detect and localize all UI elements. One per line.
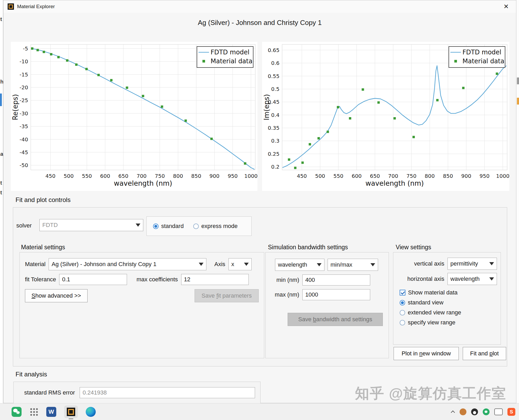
user-tray-icon[interactable] xyxy=(460,408,466,415)
svg-text:850: 850 xyxy=(191,173,201,179)
rms-error-value[interactable] xyxy=(80,387,255,398)
radio-icon xyxy=(193,224,199,229)
material-explorer-app-icon xyxy=(8,3,14,10)
svg-text:FDTD model: FDTD model xyxy=(462,49,501,56)
svg-text:650: 650 xyxy=(118,173,128,179)
wechat-tray-icon[interactable] xyxy=(483,408,490,415)
svg-text:700: 700 xyxy=(388,173,398,179)
standard-mode-radio[interactable]: standard xyxy=(153,223,184,230)
radio-icon xyxy=(400,300,405,305)
chevron-down-icon xyxy=(489,277,494,281)
view-settings-heading: View settings xyxy=(396,244,431,251)
axis-dropdown[interactable]: x xyxy=(228,258,252,270)
titlebar: Material Explorer ✕ xyxy=(3,0,516,13)
chevron-down-icon xyxy=(136,224,140,227)
specify-view-range-radio[interactable]: specify view range xyxy=(397,319,497,326)
charts-row: 4505005506006507007508008509009501000-50… xyxy=(11,42,509,191)
svg-text:0.2: 0.2 xyxy=(271,164,279,170)
material-explorer-taskbar-icon[interactable] xyxy=(64,406,78,418)
show-advanced-button[interactable]: Show advanced >> xyxy=(25,289,88,302)
taskbar-apps: W xyxy=(12,403,96,420)
svg-text:-35: -35 xyxy=(19,123,28,129)
window-title: Material Explorer xyxy=(17,4,55,9)
svg-text:0.65: 0.65 xyxy=(268,47,279,53)
svg-text:450: 450 xyxy=(45,173,55,179)
svg-text:900: 900 xyxy=(210,173,220,179)
svg-text:950: 950 xyxy=(228,173,238,179)
background-text-fragment: a xyxy=(0,151,3,157)
svg-text:-25: -25 xyxy=(19,97,28,103)
min-nm-input[interactable] xyxy=(302,274,370,286)
vertical-axis-dropdown[interactable]: permittivity xyxy=(447,258,497,270)
input-grid-icon[interactable] xyxy=(29,407,38,416)
save-bandwidth-button[interactable]: Save bandwidth and settings xyxy=(288,313,383,326)
material-label: Material xyxy=(25,261,45,268)
background-icon-fragment xyxy=(517,77,519,84)
chevron-down-icon xyxy=(244,263,249,266)
svg-text:500: 500 xyxy=(64,173,74,179)
plot-in-new-window-button[interactable]: Plot in new window xyxy=(394,347,459,360)
vertical-axis-label: vertical axis xyxy=(397,260,447,267)
svg-text:800: 800 xyxy=(173,173,183,179)
max-coefficients-input[interactable] xyxy=(181,274,249,285)
show-material-data-checkbox[interactable]: Show material data xyxy=(397,289,497,296)
svg-text:0.6: 0.6 xyxy=(271,60,279,66)
svg-text:900: 900 xyxy=(461,173,471,179)
svg-text:800: 800 xyxy=(425,173,435,179)
chevron-down-icon xyxy=(370,263,375,266)
background-text-fragment: t xyxy=(0,190,2,196)
radio-icon xyxy=(400,310,405,315)
svg-text:0.55: 0.55 xyxy=(268,73,279,79)
solver-label: solver xyxy=(16,222,32,229)
background-text-fragment: t xyxy=(0,16,2,22)
svg-text:0.35: 0.35 xyxy=(268,125,279,131)
material-explorer-icon xyxy=(67,408,75,416)
checkbox-icon xyxy=(400,290,405,295)
svg-text:-50: -50 xyxy=(19,162,28,168)
mode-panel: standard express mode xyxy=(146,216,252,236)
fit-and-plot-button[interactable]: Fit and plot xyxy=(463,347,506,360)
express-mode-radio[interactable]: express mode xyxy=(193,223,238,230)
save-fit-parameters-button[interactable]: Save fit parameters xyxy=(195,289,259,302)
svg-text:wavelength (nm): wavelength (nm) xyxy=(114,179,172,187)
horizontal-axis-dropdown[interactable]: wavelength xyxy=(447,273,497,285)
svg-text:950: 950 xyxy=(480,173,490,179)
min-nm-label: min (nm) xyxy=(271,277,299,283)
word-icon[interactable]: W xyxy=(46,407,56,417)
axis-label: Axis xyxy=(214,261,225,268)
ime-icon[interactable] xyxy=(494,408,503,415)
svg-text:1000: 1000 xyxy=(496,173,509,179)
edge-icon[interactable] xyxy=(86,407,96,417)
view-settings-group: vertical axis permittivity horizontal ax… xyxy=(393,252,501,345)
svg-text:1000: 1000 xyxy=(244,173,257,179)
svg-text:650: 650 xyxy=(370,173,380,179)
chevron-up-icon[interactable] xyxy=(451,410,455,414)
close-button[interactable]: ✕ xyxy=(500,1,512,12)
qq-tray-icon[interactable] xyxy=(471,408,478,415)
svg-text:-30: -30 xyxy=(19,110,28,117)
taskbar-tray: S xyxy=(451,403,515,420)
svg-text:550: 550 xyxy=(82,173,92,179)
bandwidth-unit-dropdown[interactable]: wavelength xyxy=(275,259,324,271)
svg-text:550: 550 xyxy=(333,173,343,179)
fit-analysis-heading: Fit analysis xyxy=(16,371,47,378)
material-explorer-window: Material Explorer ✕ Ag (Silver) - Johnso… xyxy=(3,0,516,403)
max-nm-input[interactable] xyxy=(302,289,370,300)
chevron-down-icon xyxy=(317,263,322,266)
spacer xyxy=(88,289,195,302)
svg-text:850: 850 xyxy=(443,173,453,179)
solver-dropdown[interactable]: FDTD xyxy=(39,219,143,231)
svg-text:600: 600 xyxy=(352,173,362,179)
sogou-icon[interactable]: S xyxy=(507,408,515,416)
svg-text:500: 500 xyxy=(315,173,325,179)
fit-tolerance-input[interactable] xyxy=(59,274,127,285)
background-icon-fragment xyxy=(517,98,519,105)
standard-view-radio[interactable]: standard view xyxy=(397,299,497,306)
svg-text:Re(eps): Re(eps) xyxy=(11,94,19,120)
re-eps-chart: 4505005506006507007508008509009501000-50… xyxy=(11,42,257,191)
im-eps-chart: 45050055060065070075080085090095010000.2… xyxy=(262,42,509,191)
bandwidth-range-dropdown[interactable]: min/max xyxy=(328,259,378,271)
extended-view-range-radio[interactable]: extended view range xyxy=(397,309,497,316)
material-dropdown[interactable]: Ag (Silver) - Johnson and Christy Copy 1 xyxy=(49,258,206,270)
wechat-icon[interactable] xyxy=(12,407,22,417)
